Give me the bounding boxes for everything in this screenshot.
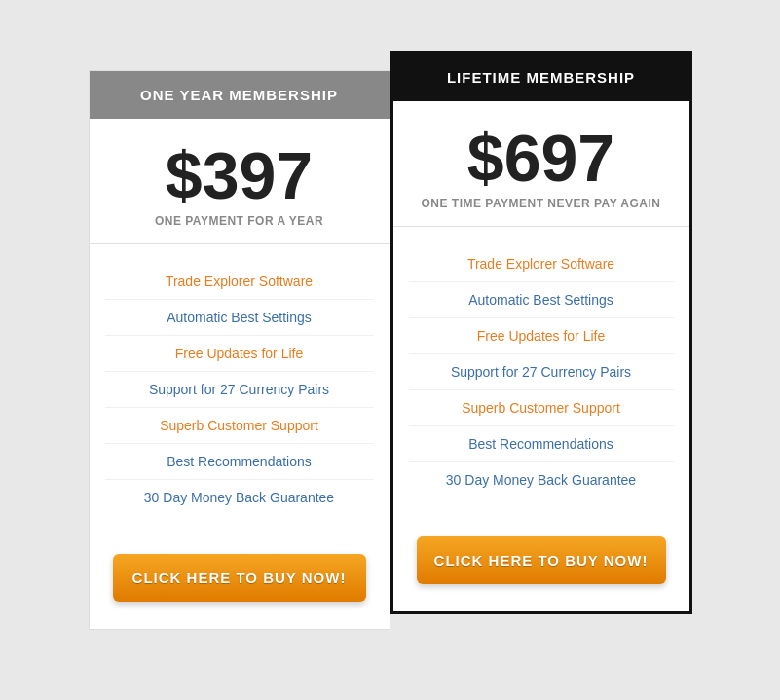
pricing-container: ONE YEAR MEMBERSHIP$397ONE PAYMENT FOR A… [89, 70, 692, 630]
feature-item-lifetime-3: Support for 27 Currency Pairs [409, 354, 674, 390]
buy-button-section-one-year: CLICK HERE TO BUY NOW! [90, 538, 390, 629]
plan-card-lifetime: LIFETIME MEMBERSHIP$697ONE TIME PAYMENT … [390, 51, 692, 614]
buy-button-lifetime[interactable]: CLICK HERE TO BUY NOW! [417, 536, 666, 584]
feature-item-lifetime-1: Automatic Best Settings [409, 282, 674, 318]
buy-button-section-lifetime: CLICK HERE TO BUY NOW! [393, 521, 689, 611]
feature-item-lifetime-0: Trade Explorer Software [409, 246, 674, 282]
plan-price-lifetime: $697 [409, 125, 674, 191]
feature-item-one-year-5: Best Recommendations [105, 444, 374, 480]
feature-item-one-year-6: 30 Day Money Back Guarantee [105, 480, 374, 515]
plan-features-lifetime: Trade Explorer SoftwareAutomatic Best Se… [393, 227, 689, 521]
feature-item-lifetime-5: Best Recommendations [409, 426, 674, 462]
feature-item-lifetime-2: Free Updates for Life [409, 318, 674, 354]
plan-header-lifetime: LIFETIME MEMBERSHIP [393, 54, 689, 101]
plan-features-one-year: Trade Explorer SoftwareAutomatic Best Se… [90, 244, 390, 538]
plan-title-lifetime: LIFETIME MEMBERSHIP [403, 69, 680, 86]
feature-item-one-year-3: Support for 27 Currency Pairs [105, 372, 374, 408]
feature-item-lifetime-4: Superb Customer Support [409, 390, 674, 426]
feature-item-one-year-4: Superb Customer Support [105, 408, 374, 444]
plan-header-one-year: ONE YEAR MEMBERSHIP [90, 71, 390, 119]
feature-item-one-year-1: Automatic Best Settings [105, 300, 374, 336]
plan-price-section-one-year: $397ONE PAYMENT FOR A YEAR [90, 119, 390, 244]
plan-price-one-year: $397 [105, 142, 374, 208]
feature-item-one-year-0: Trade Explorer Software [105, 264, 374, 300]
plan-title-one-year: ONE YEAR MEMBERSHIP [99, 87, 380, 103]
plan-price-label-lifetime: ONE TIME PAYMENT NEVER PAY AGAIN [409, 197, 674, 210]
feature-item-lifetime-6: 30 Day Money Back Guarantee [409, 462, 674, 497]
buy-button-one-year[interactable]: CLICK HERE TO BUY NOW! [113, 554, 366, 602]
plan-price-label-one-year: ONE PAYMENT FOR A YEAR [105, 214, 374, 228]
plan-price-section-lifetime: $697ONE TIME PAYMENT NEVER PAY AGAIN [393, 101, 689, 227]
plan-card-one-year: ONE YEAR MEMBERSHIP$397ONE PAYMENT FOR A… [89, 70, 390, 630]
feature-item-one-year-2: Free Updates for Life [105, 336, 374, 372]
